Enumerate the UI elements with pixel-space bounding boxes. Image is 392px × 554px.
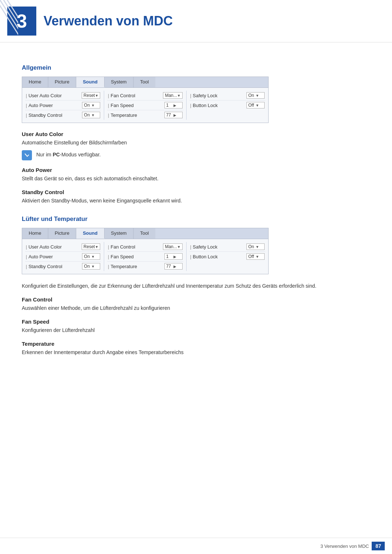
row-safety-lock-1: Safety Lock On ▼: [189, 91, 265, 100]
arrow-standby-2: ▼: [91, 264, 98, 268]
label-auto-power-2: Auto Power: [26, 254, 82, 259]
select-reset-1[interactable]: Reset ▼: [82, 92, 100, 99]
desc-temperature: Erkennen der Innentemperatur durch Angab…: [22, 349, 370, 356]
label-user-auto-color-2: User Auto Color: [26, 244, 82, 250]
arrow-temperature-2: ▶: [173, 264, 181, 268]
row-button-lock-2: Button Lock Off ▼: [189, 252, 265, 261]
note-pc-mode: Nur im PC-Modus verfügbar.: [22, 150, 370, 160]
arrow-standby-1: ▼: [91, 113, 98, 117]
arrow-fan-speed-1: ▶: [173, 103, 181, 107]
note-icon: [22, 150, 32, 160]
svg-rect-4: [24, 152, 30, 159]
panel-col-3: Safety Lock On ▼ Button Lock Off ▼: [187, 91, 268, 120]
panel-allgemein-body: User Auto Color Reset ▼ Auto Power On ▼ …: [22, 88, 268, 123]
main-content: Allgemein Home Picture Sound System Tool…: [0, 46, 392, 382]
select-safety-lock-1[interactable]: On ▼: [246, 92, 265, 99]
tab-picture-2[interactable]: Picture: [48, 228, 76, 239]
tab-system-2[interactable]: System: [105, 228, 134, 239]
select-safety-lock-2[interactable]: On ▼: [246, 243, 265, 250]
panel-allgemein-tabs: Home Picture Sound System Tool: [22, 77, 268, 88]
panel-luefter-body: User Auto Color Reset ▼ Auto Power On ▼ …: [22, 239, 268, 274]
chapter-title: Verwenden von MDC: [44, 13, 173, 29]
select-fan-control-1[interactable]: Man... ▼: [163, 92, 182, 99]
nav-fan-speed-2[interactable]: 1 ▶: [164, 253, 183, 260]
footer-chapter-text: 3 Verwenden von MDC: [320, 543, 369, 549]
arrow-safety-lock-2: ▼: [256, 245, 263, 249]
arrow-reset-2: ▼: [95, 245, 98, 249]
arrow-fan-control-2: ▼: [177, 245, 181, 249]
select-standby-1[interactable]: On ▼: [82, 112, 100, 118]
tab-system-1[interactable]: System: [105, 77, 134, 87]
note-text: Nur im PC-Modus verfügbar.: [36, 150, 101, 157]
row-auto-power-2: Auto Power On ▼: [25, 252, 101, 262]
row-button-lock-1: Button Lock Off ▼: [189, 100, 265, 110]
tab-home-2[interactable]: Home: [22, 228, 48, 239]
tab-sound-1[interactable]: Sound: [76, 77, 104, 87]
select-reset-2[interactable]: Reset ▼: [82, 243, 100, 250]
nav-temperature-1[interactable]: 77 ▶: [164, 112, 183, 118]
arrow-button-lock-2: ▼: [256, 255, 263, 259]
tab-tool-2[interactable]: Tool: [134, 228, 155, 239]
row-auto-power-1: Auto Power On ▼: [25, 100, 101, 110]
select-standby-2[interactable]: On ▼: [82, 263, 100, 270]
row-fan-control-2: Fan Control Man... ▼: [107, 242, 183, 252]
arrow-reset-1: ▼: [95, 94, 98, 98]
panel-luefter: Home Picture Sound System Tool User Auto…: [22, 228, 269, 274]
label-safety-lock-1: Safety Lock: [190, 93, 246, 98]
row-fan-control-1: Fan Control Man... ▼: [107, 91, 183, 100]
arrow-temperature-1: ▶: [173, 113, 181, 117]
tab-tool-1[interactable]: Tool: [134, 77, 155, 87]
select-auto-power-2[interactable]: On ▼: [82, 253, 100, 260]
select-auto-power-1[interactable]: On ▼: [82, 102, 100, 108]
page-footer: 3 Verwenden von MDC 87: [0, 538, 392, 554]
label-button-lock-2: Button Lock: [190, 254, 246, 259]
subheading-fan-speed: Fan Speed: [22, 319, 370, 325]
desc-standby-control: Aktiviert den Standby-Modus, wenn keine …: [22, 197, 370, 205]
subheading-temperature: Temperature: [22, 341, 370, 347]
label-standby-control-1: Standby Control: [26, 112, 82, 118]
label-fan-control-1: Fan Control: [108, 93, 163, 98]
select-button-lock-1[interactable]: Off ▼: [246, 102, 265, 108]
select-button-lock-2[interactable]: Off ▼: [246, 253, 265, 260]
subheading-standby-control: Standby Control: [22, 189, 370, 195]
label-temperature-2: Temperature: [108, 264, 164, 269]
desc-auto-power: Stellt das Gerät so ein, dass es sich au…: [22, 175, 370, 182]
subheading-user-auto-color: User Auto Color: [22, 131, 370, 137]
label-standby-control-2: Standby Control: [26, 264, 82, 269]
row-temperature-1: Temperature 77 ▶: [107, 110, 183, 120]
desc-user-auto-color: Automatische Einstellung der Bildschirmf…: [22, 139, 370, 147]
label-auto-power-1: Auto Power: [26, 103, 82, 108]
row-standby-control-1: Standby Control On ▼: [25, 110, 101, 120]
desc-fan-speed: Konfigurieren der Lüfterdrehzahl: [22, 327, 370, 334]
label-button-lock-1: Button Lock: [190, 103, 246, 108]
panel-luefter-col-2: Fan Control Man... ▼ Fan Speed 1 ▶ Tempe…: [104, 242, 186, 271]
panel-col-1: User Auto Color Reset ▼ Auto Power On ▼ …: [22, 91, 104, 120]
panel-col-2: Fan Control Man... ▼ Fan Speed 1 ▶ Tempe…: [104, 91, 186, 120]
arrow-auto-power-1: ▼: [91, 103, 98, 107]
label-fan-speed-1: Fan Speed: [108, 103, 164, 108]
footer-page-number: 87: [372, 542, 385, 550]
chapter-number: 3: [7, 7, 36, 36]
row-user-auto-color-1: User Auto Color Reset ▼: [25, 91, 101, 100]
arrow-auto-power-2: ▼: [91, 255, 98, 259]
label-safety-lock-2: Safety Lock: [190, 244, 246, 250]
label-temperature-1: Temperature: [108, 112, 164, 118]
select-fan-control-2[interactable]: Man... ▼: [163, 243, 182, 250]
row-fan-speed-1: Fan Speed 1 ▶: [107, 100, 183, 110]
row-temperature-2: Temperature 77 ▶: [107, 262, 183, 271]
label-fan-speed-2: Fan Speed: [108, 254, 164, 259]
tab-sound-2[interactable]: Sound: [76, 228, 104, 239]
nav-fan-speed-1[interactable]: 1 ▶: [164, 102, 183, 108]
tab-home-1[interactable]: Home: [22, 77, 48, 87]
page-header: 3 Verwenden von MDC: [0, 0, 392, 42]
section-luefter-heading: Lüfter und Temperatur: [22, 216, 370, 223]
label-fan-control-2: Fan Control: [108, 244, 163, 250]
panel-allgemein: Home Picture Sound System Tool User Auto…: [22, 77, 269, 123]
row-standby-control-2: Standby Control On ▼: [25, 262, 101, 271]
panel-luefter-col-3: Safety Lock On ▼ Button Lock Off ▼: [187, 242, 268, 271]
nav-temperature-2[interactable]: 77 ▶: [164, 263, 183, 270]
arrow-safety-lock-1: ▼: [256, 94, 263, 98]
tab-picture-1[interactable]: Picture: [48, 77, 76, 87]
label-user-auto-color-1: User Auto Color: [26, 93, 82, 98]
desc-fan-control: Auswählen einer Methode, um die Lüfterdr…: [22, 304, 370, 312]
